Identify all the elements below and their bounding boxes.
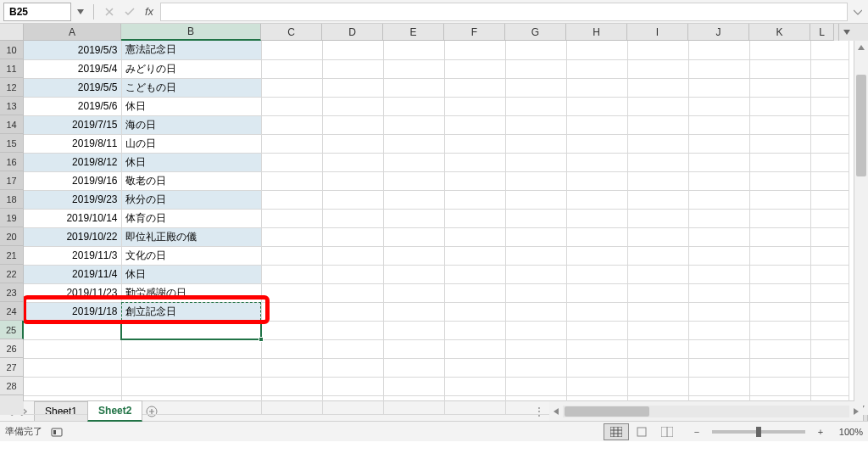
cell[interactable] xyxy=(688,227,749,246)
cell[interactable] xyxy=(383,41,444,59)
cell[interactable] xyxy=(566,302,627,321)
horizontal-scrollbar[interactable] xyxy=(549,401,863,421)
cell[interactable] xyxy=(383,339,444,358)
cell[interactable] xyxy=(121,339,261,358)
hscroll-thumb[interactable] xyxy=(565,406,649,417)
cell[interactable] xyxy=(322,59,383,78)
row-header[interactable]: 11 xyxy=(0,59,24,78)
select-all-corner[interactable] xyxy=(0,24,24,41)
cell[interactable]: 2019/5/6 xyxy=(24,97,121,115)
row-header[interactable]: 22 xyxy=(0,265,24,283)
cell[interactable]: 2019/9/23 xyxy=(24,190,121,209)
cell[interactable]: 山の日 xyxy=(121,134,261,153)
cell[interactable] xyxy=(627,78,688,97)
cell[interactable] xyxy=(627,302,688,321)
cell[interactable] xyxy=(322,97,383,115)
cell[interactable] xyxy=(444,302,505,321)
cell[interactable] xyxy=(261,134,322,153)
cell[interactable]: 海の日 xyxy=(121,115,261,134)
cell[interactable] xyxy=(383,377,444,395)
row-header[interactable]: 24 xyxy=(0,302,24,321)
row-header[interactable]: 20 xyxy=(0,227,24,246)
cell[interactable] xyxy=(444,283,505,302)
cell[interactable] xyxy=(383,153,444,171)
cell[interactable] xyxy=(810,209,849,227)
scroll-right-icon[interactable] xyxy=(849,405,863,418)
cell[interactable] xyxy=(566,97,627,115)
cell[interactable] xyxy=(261,283,322,302)
row-header[interactable]: 26 xyxy=(0,339,24,358)
cell[interactable]: みどりの日 xyxy=(121,59,261,78)
cell[interactable] xyxy=(566,171,627,190)
scroll-left-icon[interactable] xyxy=(549,405,563,418)
cell[interactable] xyxy=(566,190,627,209)
cell[interactable] xyxy=(24,377,121,395)
cell[interactable] xyxy=(261,115,322,134)
cell[interactable] xyxy=(810,190,849,209)
cell[interactable] xyxy=(810,246,849,265)
sheet-tab[interactable]: Sheet2 xyxy=(87,400,142,422)
cell[interactable] xyxy=(261,265,322,283)
col-header-H[interactable]: H xyxy=(566,24,627,41)
cell[interactable] xyxy=(749,339,810,358)
cell[interactable] xyxy=(322,377,383,395)
cell[interactable] xyxy=(322,339,383,358)
cell[interactable] xyxy=(810,283,849,302)
cell[interactable] xyxy=(810,41,849,59)
cell[interactable] xyxy=(749,190,810,209)
row-header[interactable]: 19 xyxy=(0,209,24,227)
zoom-slider[interactable] xyxy=(712,430,805,434)
cell[interactable] xyxy=(261,97,322,115)
cell[interactable] xyxy=(749,153,810,171)
cell[interactable] xyxy=(749,283,810,302)
cell[interactable] xyxy=(566,358,627,377)
zoom-slider-knob[interactable] xyxy=(756,427,761,437)
cell[interactable] xyxy=(505,302,566,321)
cell[interactable]: 2019/5/5 xyxy=(24,78,121,97)
cell[interactable] xyxy=(505,339,566,358)
col-header-B[interactable]: B xyxy=(121,24,261,41)
cell[interactable]: 創立記念日 xyxy=(121,302,261,321)
cell[interactable]: 休日 xyxy=(121,97,261,115)
cell[interactable] xyxy=(749,97,810,115)
cell[interactable] xyxy=(627,41,688,59)
cell[interactable] xyxy=(749,246,810,265)
cell[interactable] xyxy=(749,59,810,78)
row-header[interactable]: 10 xyxy=(0,41,24,59)
name-box-dropdown[interactable] xyxy=(75,3,86,21)
cell[interactable] xyxy=(688,41,749,59)
cell[interactable] xyxy=(627,283,688,302)
col-header-L[interactable]: L xyxy=(810,24,834,41)
cell[interactable] xyxy=(566,59,627,78)
zoom-in-button[interactable]: + xyxy=(814,427,827,437)
scroll-thumb[interactable] xyxy=(856,75,866,176)
cell[interactable] xyxy=(383,115,444,134)
cell[interactable] xyxy=(505,171,566,190)
cell[interactable] xyxy=(322,283,383,302)
formula-input[interactable] xyxy=(160,3,848,21)
cell[interactable] xyxy=(627,209,688,227)
formula-bar-expand-icon[interactable] xyxy=(851,3,865,21)
cell[interactable] xyxy=(383,190,444,209)
cell[interactable] xyxy=(444,97,505,115)
cell[interactable] xyxy=(566,265,627,283)
row-header[interactable]: 16 xyxy=(0,153,24,171)
cell[interactable] xyxy=(444,41,505,59)
cell[interactable] xyxy=(627,190,688,209)
cell[interactable] xyxy=(383,358,444,377)
cell[interactable] xyxy=(810,78,849,97)
cell[interactable] xyxy=(749,134,810,153)
col-header-D[interactable]: D xyxy=(322,24,383,41)
cell[interactable] xyxy=(688,321,749,339)
cell[interactable] xyxy=(444,358,505,377)
cell[interactable] xyxy=(322,395,383,414)
cell[interactable] xyxy=(261,78,322,97)
row-header-partial[interactable] xyxy=(0,395,24,401)
cell[interactable]: 2019/11/3 xyxy=(24,246,121,265)
cell[interactable] xyxy=(688,246,749,265)
cell[interactable] xyxy=(444,190,505,209)
cell[interactable] xyxy=(383,395,444,414)
cell[interactable]: 憲法記念日 xyxy=(121,41,261,59)
macro-record-icon[interactable] xyxy=(51,426,63,438)
cell[interactable] xyxy=(566,321,627,339)
